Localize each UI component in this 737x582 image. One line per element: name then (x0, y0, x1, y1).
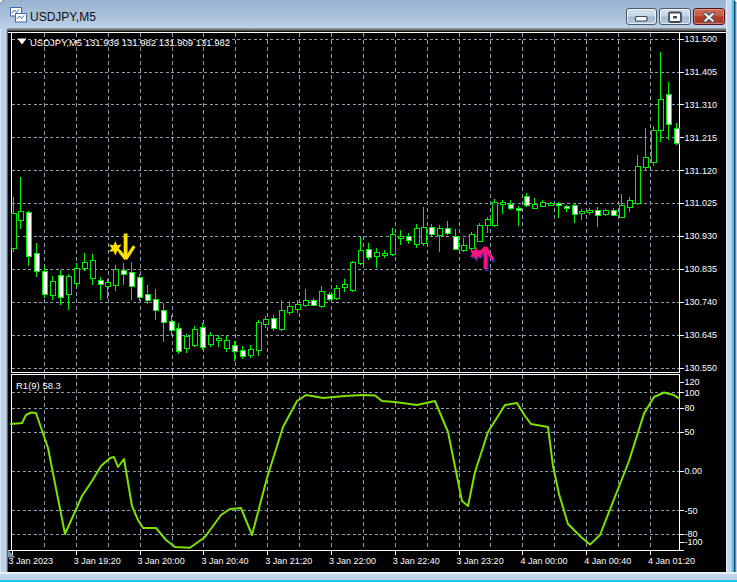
svg-text:100: 100 (685, 388, 700, 398)
svg-text:131.405: 131.405 (685, 67, 718, 77)
svg-text:131.025: 131.025 (685, 198, 718, 208)
svg-text:3 Jan 22:00: 3 Jan 22:00 (329, 556, 376, 566)
svg-text:3 Jan 20:00: 3 Jan 20:00 (138, 556, 185, 566)
svg-text:-100: -100 (685, 537, 703, 547)
svg-text:130.835: 130.835 (685, 264, 718, 274)
svg-text:0.00: 0.00 (685, 466, 703, 476)
svg-text:131.310: 131.310 (685, 100, 718, 110)
svg-text:130.740: 130.740 (685, 297, 718, 307)
svg-text:131.120: 131.120 (685, 166, 718, 176)
svg-text:50: 50 (685, 427, 695, 437)
svg-text:-50: -50 (685, 506, 698, 516)
svg-text:4 Jan 00:00: 4 Jan 00:00 (520, 556, 567, 566)
svg-text:3 Jan 2023: 3 Jan 2023 (9, 556, 54, 566)
svg-text:80: 80 (685, 403, 695, 413)
svg-text:3 Jan 21:20: 3 Jan 21:20 (265, 556, 312, 566)
svg-text:131.215: 131.215 (685, 133, 718, 143)
svg-text:R1(9) 58.3: R1(9) 58.3 (16, 380, 61, 391)
svg-text:130.645: 130.645 (685, 330, 718, 340)
svg-text:3 Jan 23:20: 3 Jan 23:20 (457, 556, 504, 566)
svg-text:3 Jan 22:40: 3 Jan 22:40 (393, 556, 440, 566)
svg-text:120: 120 (685, 377, 700, 387)
svg-text:131.500: 131.500 (685, 34, 718, 44)
svg-text:130.930: 130.930 (685, 231, 718, 241)
svg-text:USDJPY,M5 131.939 131.982 131.: USDJPY,M5 131.939 131.982 131.909 131.98… (30, 37, 230, 48)
svg-text:3 Jan 20:40: 3 Jan 20:40 (201, 556, 248, 566)
svg-text:130.550: 130.550 (685, 363, 718, 373)
svg-text:4 Jan 01:20: 4 Jan 01:20 (648, 556, 695, 566)
svg-text:4 Jan 00:40: 4 Jan 00:40 (584, 556, 631, 566)
svg-text:3 Jan 19:20: 3 Jan 19:20 (74, 556, 121, 566)
